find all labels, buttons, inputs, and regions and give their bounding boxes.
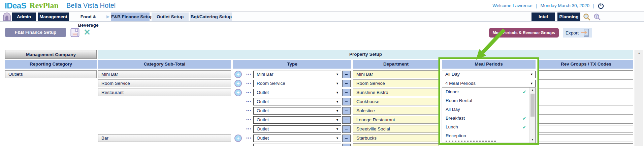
add-row-button[interactable]: + bbox=[234, 71, 242, 78]
column-header-reporting-category: Reporting Category bbox=[5, 60, 97, 69]
type-select[interactable]: ▼ bbox=[253, 144, 341, 146]
department-input[interactable]: Cookhouse bbox=[353, 98, 439, 105]
dropdown-scrollbar[interactable]: ▲ ▼ bbox=[529, 88, 535, 143]
dropdown-item[interactable]: Reception bbox=[442, 131, 529, 140]
rev-groups-input[interactable] bbox=[539, 98, 633, 105]
meal-period-select[interactable]: All Day▼ bbox=[442, 71, 536, 78]
page-title-button[interactable]: F&B Finance Setup bbox=[5, 28, 66, 37]
type-select[interactable]: Outlet▼ bbox=[253, 116, 341, 124]
type-select[interactable]: Mini Bar▼ bbox=[253, 71, 341, 78]
dropdown-scrollbar-thumb[interactable] bbox=[530, 94, 535, 117]
dropdown-arrow-icon: ▼ bbox=[336, 107, 339, 115]
type-select[interactable]: Outlet▼ bbox=[253, 107, 341, 115]
rev-groups-input[interactable] bbox=[539, 134, 633, 142]
dropdown-item[interactable]: Lunch✓ bbox=[442, 123, 529, 131]
top-right-group: Welcome Lawrence | Monday March 30, 2020… bbox=[492, 0, 604, 11]
dropdown-item[interactable]: All Day bbox=[442, 105, 529, 114]
remove-row-button[interactable]: − bbox=[342, 80, 351, 87]
remove-row-button[interactable]: − bbox=[342, 98, 351, 105]
tab-bqt-catering-setup[interactable]: Bqt/Catering Setup bbox=[190, 13, 232, 21]
nav-intel[interactable]: Intel bbox=[532, 13, 555, 21]
dropdown-arrow-icon: ▼ bbox=[336, 71, 339, 78]
export-button[interactable]: Export bbox=[563, 28, 592, 38]
dropdown-item-label: Lunch bbox=[446, 123, 458, 131]
dropdown-arrow-icon: ▼ bbox=[336, 144, 339, 146]
department-input[interactable]: Starbucks bbox=[353, 134, 439, 142]
cancel-icon[interactable]: ✕ bbox=[84, 27, 91, 37]
rev-groups-input[interactable] bbox=[539, 79, 633, 87]
date-text: Monday March 30, 2020 bbox=[541, 3, 590, 8]
rev-groups-input[interactable] bbox=[539, 70, 633, 78]
dropdown-item[interactable]: Dinner✓ bbox=[442, 88, 529, 96]
department-input[interactable] bbox=[353, 143, 439, 146]
dropdown-item-clipped bbox=[446, 141, 496, 142]
dropdown-item[interactable]: Room Rental bbox=[442, 96, 529, 105]
top-header-bar: IDeaS RevPlan Bella Vista Hotel Welcome … bbox=[0, 0, 644, 11]
rev-groups-input[interactable] bbox=[539, 125, 633, 133]
rev-groups-input[interactable] bbox=[539, 116, 633, 124]
type-select-value: Room Service bbox=[257, 81, 285, 86]
remove-row-button[interactable]: − bbox=[342, 125, 351, 133]
remove-row-button[interactable]: − bbox=[342, 135, 351, 142]
column-header-type: Type bbox=[233, 60, 351, 69]
rev-groups-input[interactable] bbox=[539, 89, 633, 96]
category-subtotal-cell: Restaurant bbox=[98, 89, 231, 96]
header-property-setup: Property Setup bbox=[98, 50, 633, 59]
home-icon[interactable] bbox=[2, 12, 11, 23]
department-input[interactable]: Sunshine Bistro bbox=[353, 89, 439, 96]
dropdown-arrow-icon: ▼ bbox=[336, 135, 339, 142]
logo-ideas: IDeaS bbox=[5, 1, 26, 10]
search-icon[interactable] bbox=[583, 13, 591, 21]
save-icon[interactable] bbox=[70, 28, 79, 39]
help-icon[interactable]: ? bbox=[593, 13, 601, 21]
type-select[interactable]: Room Service▼ bbox=[253, 80, 341, 87]
page-scroll-up-icon[interactable]: ▲ bbox=[635, 51, 643, 55]
remove-row-button[interactable]: − bbox=[342, 107, 351, 115]
dropdown-item-label: Reception bbox=[446, 131, 466, 140]
remove-row-button[interactable]: − bbox=[342, 144, 351, 146]
department-input[interactable]: Room Service bbox=[353, 79, 439, 87]
department-input[interactable]: Lounge Restaurant bbox=[353, 116, 439, 124]
nav-planning[interactable]: Planning bbox=[557, 13, 580, 21]
dropdown-item-label: Dinner bbox=[446, 88, 459, 96]
property-name: Bella Vista Hotel bbox=[66, 2, 116, 9]
power-icon[interactable] bbox=[598, 2, 604, 9]
meal-period-select-value: 4 Meal Periods bbox=[445, 81, 476, 86]
category-subtotal-cell: Mini Bar bbox=[98, 70, 231, 78]
divider: | bbox=[593, 3, 594, 8]
type-select[interactable]: Outlet▼ bbox=[253, 89, 341, 96]
department-input[interactable]: Mini Bar bbox=[353, 70, 439, 78]
scroll-down-icon[interactable]: ▼ bbox=[530, 137, 535, 143]
type-select-value: Outlet bbox=[257, 117, 269, 122]
breadcrumb-arrow-icon: ▶ bbox=[106, 13, 109, 21]
type-select[interactable]: Outlet▼ bbox=[253, 125, 341, 133]
page-scrollbar[interactable]: ▲ bbox=[635, 50, 643, 146]
type-select-value: Outlet bbox=[257, 108, 269, 113]
type-select[interactable]: Outlet▼ bbox=[253, 98, 341, 105]
add-row-button[interactable]: + bbox=[234, 89, 242, 96]
logo-revplan: RevPlan bbox=[29, 1, 59, 10]
scroll-up-icon[interactable]: ▲ bbox=[530, 88, 535, 93]
main-nav-bar: Admin Management Food & Beverage ▶ F&B F… bbox=[0, 11, 644, 22]
meal-periods-revenue-groups-button[interactable]: Meal Periods & Revenue Groups bbox=[489, 28, 559, 38]
breadcrumb-food-beverage[interactable]: Food & Beverage bbox=[71, 13, 105, 21]
department-input[interactable]: Solestice bbox=[353, 107, 439, 115]
type-select[interactable]: Outlet▼ bbox=[253, 135, 341, 142]
meal-period-select[interactable]: 4 Meal Periods▼ bbox=[442, 80, 536, 87]
nav-admin[interactable]: Admin bbox=[12, 13, 36, 21]
nav-management[interactable]: Management bbox=[38, 13, 69, 21]
department-input[interactable]: Streetville Social bbox=[353, 125, 439, 133]
remove-row-button[interactable]: − bbox=[342, 89, 351, 96]
add-row-button[interactable]: + bbox=[234, 80, 242, 87]
dropdown-item[interactable]: Breakfast✓ bbox=[442, 114, 529, 123]
check-icon: ✓ bbox=[522, 123, 526, 131]
rev-groups-input[interactable] bbox=[539, 143, 633, 146]
remove-row-button[interactable]: − bbox=[342, 71, 351, 78]
tab-fb-finance-setup[interactable]: F&B Finance Setup bbox=[111, 13, 150, 21]
rev-groups-input[interactable] bbox=[539, 107, 633, 115]
add-row-button[interactable]: + bbox=[234, 135, 242, 142]
tab-outlet-setup[interactable]: Outlet Setup bbox=[152, 13, 189, 21]
dropdown-arrow-icon: ▼ bbox=[530, 71, 533, 78]
nav-right-group: Intel Planning ? bbox=[532, 13, 601, 21]
remove-row-button[interactable]: − bbox=[342, 116, 351, 124]
